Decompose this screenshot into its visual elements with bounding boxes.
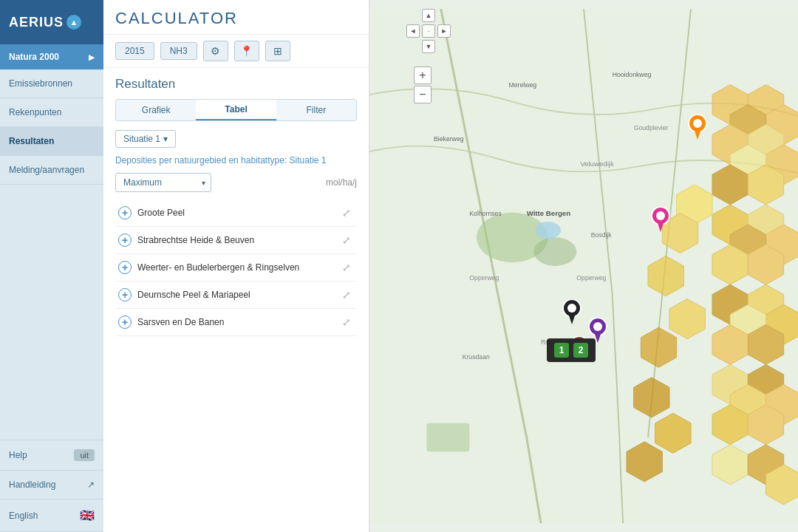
area-item[interactable]: + Strabrechtse Heide & Beuven ⤢ xyxy=(115,227,357,254)
sidebar-item-melding[interactable]: Melding/aanvragen xyxy=(0,156,103,185)
svg-text:Kolhornses: Kolhornses xyxy=(469,210,502,217)
flag-icon: 🇬🇧 xyxy=(80,508,95,522)
filter-select[interactable]: Maximum Gemiddelde Minimum xyxy=(115,173,211,192)
svg-text:Opperweg: Opperweg xyxy=(469,274,499,282)
area-item[interactable]: + Sarsven en De Banen ⤢ xyxy=(115,309,357,336)
tab-bar: Grafiek Tabel Filter xyxy=(115,99,357,121)
pan-down-button[interactable]: ▼ xyxy=(422,40,435,53)
map-pin-orange[interactable] xyxy=(687,115,708,143)
svg-point-69 xyxy=(593,322,602,331)
help-toggle-button[interactable]: uit xyxy=(74,449,95,461)
sidebar-item-english[interactable]: English 🇬🇧 xyxy=(0,499,103,532)
settings-button[interactable]: ⚙ xyxy=(203,41,228,61)
year-badge[interactable]: 2015 xyxy=(115,42,154,60)
layers-icon: ⊞ xyxy=(273,45,282,57)
map-pin-black[interactable] xyxy=(562,299,582,328)
external-link-icon: ↗ xyxy=(87,480,95,490)
sidebar-item-resultaten[interactable]: Resultaten xyxy=(0,127,103,156)
location-icon: 📍 xyxy=(240,45,253,57)
pan-center-button[interactable]: · xyxy=(422,24,435,38)
unit-label: mol/ha/j xyxy=(326,177,357,188)
map-pin-pink[interactable] xyxy=(650,207,671,236)
svg-text:Merelweg: Merelweg xyxy=(509,81,537,89)
svg-marker-61 xyxy=(658,223,664,232)
zoom-in-button[interactable]: + xyxy=(414,66,432,84)
svg-text:Veluwedijk: Veluwedijk xyxy=(580,160,614,168)
map-legend: 1 2 xyxy=(547,338,596,362)
pan-left-button[interactable]: ◄ xyxy=(406,24,420,38)
sidebar-item-handleiding[interactable]: Handleiding ↗ xyxy=(0,471,103,499)
area-fullscreen-icon[interactable]: ⤢ xyxy=(339,260,354,275)
area-name: Groote Peel xyxy=(137,208,339,218)
area-list: + Groote Peel ⤢ + Strabrechtse Heide & B… xyxy=(115,200,357,336)
natura-2000-button[interactable]: Natura 2000 ▶ xyxy=(0,44,103,69)
svg-text:Goudplevier: Goudplevier xyxy=(634,124,669,132)
zoom-controls: + − xyxy=(414,66,432,103)
situation-label: Situatie 1 xyxy=(123,134,160,144)
svg-text:Witte Bergen: Witte Bergen xyxy=(527,209,571,217)
tab-grafiek[interactable]: Grafiek xyxy=(116,100,196,120)
svg-point-57 xyxy=(693,119,702,128)
map-navigation: ▲ ◄ · ► ▼ xyxy=(406,9,451,53)
results-title: Resultaten xyxy=(115,77,357,92)
svg-text:Hooidonkweg: Hooidonkweg xyxy=(613,71,652,78)
area-expand-button[interactable]: + xyxy=(118,233,132,247)
gear-icon: ⚙ xyxy=(211,45,220,57)
situation-selector: Situatie 1 ▾ xyxy=(115,130,357,148)
svg-marker-70 xyxy=(595,334,601,343)
sidebar-item-emissiebronnen[interactable]: Emissiebronnen xyxy=(0,69,103,98)
area-expand-button[interactable]: + xyxy=(118,261,132,274)
sidebar-item-help[interactable]: Help uit xyxy=(0,440,103,471)
tab-tabel[interactable]: Tabel xyxy=(196,100,276,120)
tab-filter[interactable]: Filter xyxy=(276,100,356,120)
map-area: Merelweg Hooidonkweg Biekerweg Kolhornse… xyxy=(369,0,798,532)
svg-text:Bosdijk: Bosdijk xyxy=(591,231,613,239)
logo-icon: ▲ xyxy=(66,15,81,30)
svg-marker-58 xyxy=(695,131,700,140)
area-fullscreen-icon[interactable]: ⤢ xyxy=(339,287,354,302)
svg-text:Biekerweg: Biekerweg xyxy=(434,135,464,143)
pan-right-button[interactable]: ► xyxy=(437,24,451,38)
area-fullscreen-icon[interactable]: ⤢ xyxy=(339,315,354,330)
logo-bar: AERIUS ▲ xyxy=(0,0,103,44)
svg-point-63 xyxy=(567,304,576,313)
svg-marker-64 xyxy=(569,316,575,324)
pan-up-button[interactable]: ▲ xyxy=(422,9,435,22)
page-title: CALCULATOR xyxy=(115,9,238,27)
area-expand-button[interactable]: + xyxy=(118,206,132,219)
sidebar-item-rekenpunten[interactable]: Rekenpunten xyxy=(0,98,103,127)
situation-dropdown[interactable]: Situatie 1 ▾ xyxy=(115,130,176,148)
toolbar: 2015 NH3 ⚙ 📍 ⊞ xyxy=(103,35,369,68)
legend-item-1: 1 xyxy=(554,343,569,358)
area-item[interactable]: + Weerter- en Budelerbergen & Ringselven… xyxy=(115,254,357,282)
chevron-down-icon: ▾ xyxy=(163,134,168,144)
area-item[interactable]: + Deurnsche Peel & Mariapeel ⤢ xyxy=(115,282,357,309)
area-expand-button[interactable]: + xyxy=(118,316,132,329)
location-button[interactable]: 📍 xyxy=(234,41,259,61)
svg-rect-3 xyxy=(426,423,469,452)
sidebar: AERIUS ▲ Natura 2000 ▶ Emissiebronnen Re… xyxy=(0,0,103,532)
area-fullscreen-icon[interactable]: ⤢ xyxy=(339,233,354,248)
sidebar-bottom: Help uit Handleiding ↗ English 🇬🇧 xyxy=(0,440,103,532)
area-item[interactable]: + Groote Peel ⤢ xyxy=(115,200,357,227)
legend-item-2: 2 xyxy=(573,343,588,358)
panel-header: CALCULATOR xyxy=(103,0,369,35)
layers-button[interactable]: ⊞ xyxy=(265,41,290,61)
area-name: Deurnsche Peel & Mariapeel xyxy=(137,290,339,300)
chevron-right-icon: ▶ xyxy=(89,53,95,61)
svg-text:Opperweg: Opperweg xyxy=(576,274,606,282)
svg-text:Krusdaan: Krusdaan xyxy=(463,353,490,361)
filter-select-wrap: Maximum Gemiddelde Minimum ▾ xyxy=(115,173,211,192)
area-fullscreen-icon[interactable]: ⤢ xyxy=(339,205,354,220)
svg-point-2 xyxy=(533,237,576,266)
area-expand-button[interactable]: + xyxy=(118,288,132,301)
substance-badge[interactable]: NH3 xyxy=(160,42,197,60)
zoom-out-button[interactable]: − xyxy=(414,86,432,103)
natura-label: Natura 2000 xyxy=(9,52,59,62)
map-background: Merelweg Hooidonkweg Biekerweg Kolhornse… xyxy=(369,0,798,532)
area-name: Strabrechtse Heide & Beuven xyxy=(137,235,339,245)
svg-point-60 xyxy=(656,211,665,220)
nav-cross: ▲ ◄ · ► ▼ xyxy=(406,9,451,53)
deposit-info: Deposities per natuurgebied en habitatty… xyxy=(115,155,357,166)
content-area: Resultaten Grafiek Tabel Filter Situatie… xyxy=(103,68,369,532)
